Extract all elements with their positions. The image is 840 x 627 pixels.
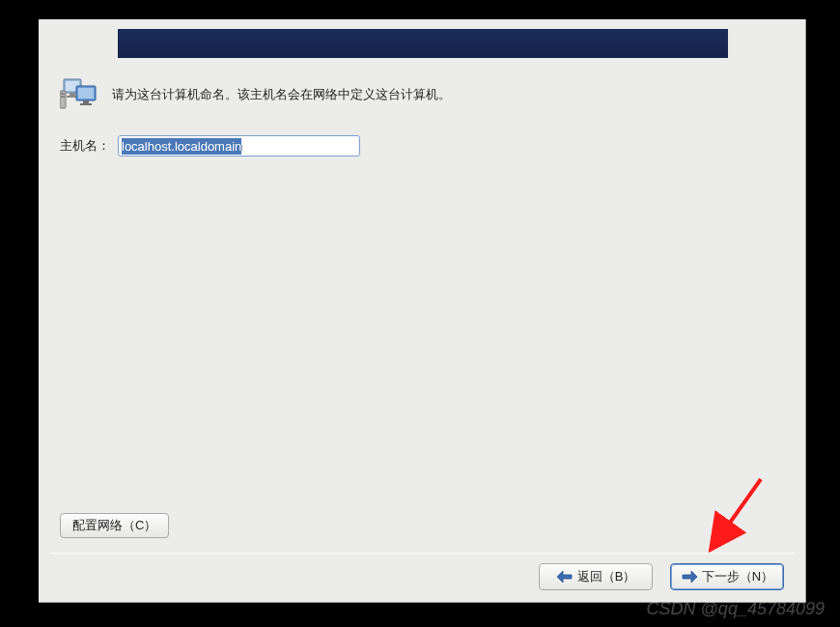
- next-button[interactable]: 下一步（N）: [670, 563, 784, 590]
- arrow-left-icon: [556, 570, 574, 584]
- back-button-label: 返回（B）: [577, 568, 636, 585]
- configure-network-label: 配置网络（C）: [72, 517, 156, 534]
- hostname-input[interactable]: [118, 135, 360, 157]
- arrow-right-icon: [681, 570, 698, 584]
- hostname-row: 主机名： localhost.localdomain: [60, 135, 784, 157]
- svg-rect-6: [83, 100, 89, 103]
- header-banner: [118, 29, 728, 58]
- computers-icon: [60, 77, 98, 112]
- configure-network-area: 配置网络（C）: [60, 513, 169, 538]
- installer-window: 请为这台计算机命名。该主机名会在网络中定义这台计算机。 主机名： localho…: [39, 19, 806, 603]
- back-button[interactable]: 返回（B）: [539, 563, 653, 590]
- instruction-row: 请为这台计算机命名。该主机名会在网络中定义这台计算机。: [60, 77, 784, 112]
- svg-rect-5: [78, 88, 94, 99]
- content-area: 请为这台计算机命名。该主机名会在网络中定义这台计算机。 主机名： localho…: [60, 77, 784, 157]
- svg-rect-9: [61, 93, 65, 95]
- svg-rect-2: [70, 93, 75, 96]
- hostname-label: 主机名：: [60, 137, 110, 155]
- configure-network-button[interactable]: 配置网络（C）: [60, 513, 169, 538]
- horizontal-separator: [50, 553, 794, 554]
- svg-rect-7: [80, 103, 92, 105]
- svg-rect-10: [61, 96, 65, 98]
- instruction-text: 请为这台计算机命名。该主机名会在网络中定义这台计算机。: [112, 86, 451, 103]
- next-button-label: 下一步（N）: [702, 568, 773, 585]
- navigation-button-row: 返回（B） 下一步（N）: [539, 563, 784, 590]
